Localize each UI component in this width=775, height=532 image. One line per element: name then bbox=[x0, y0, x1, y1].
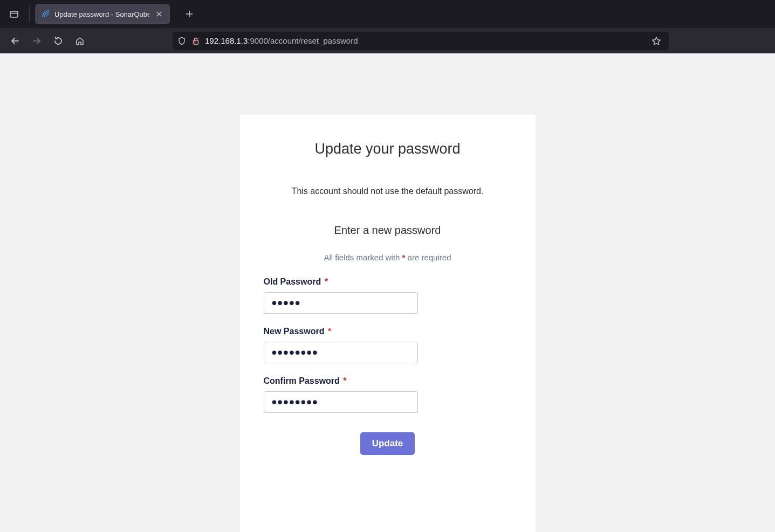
home-button[interactable] bbox=[70, 31, 90, 51]
page-heading: Update your password bbox=[264, 141, 512, 157]
old-password-input[interactable] bbox=[264, 292, 418, 314]
form-subheading: Enter a new password bbox=[264, 224, 512, 237]
confirm-password-field: Confirm Password * bbox=[264, 376, 512, 413]
required-star-icon: * bbox=[328, 327, 331, 336]
default-password-notice: This account should not use the default … bbox=[264, 186, 512, 196]
back-button[interactable] bbox=[5, 31, 25, 51]
form-actions: Update bbox=[264, 432, 512, 455]
url-path: :9000/account/reset_password bbox=[248, 36, 358, 45]
required-note-prefix: All fields marked with bbox=[324, 253, 402, 262]
new-password-input[interactable] bbox=[264, 342, 418, 363]
insecure-lock-icon bbox=[191, 36, 201, 46]
new-password-label-text: New Password bbox=[264, 327, 325, 336]
required-star-icon: * bbox=[325, 277, 328, 286]
required-star-icon: * bbox=[343, 376, 346, 385]
old-password-field: Old Password * bbox=[264, 277, 512, 314]
browser-tab[interactable]: Update password - SonarQube bbox=[35, 4, 170, 24]
new-password-field: New Password * bbox=[264, 327, 512, 363]
tab-title: Update password - SonarQube bbox=[54, 10, 149, 18]
required-fields-note: All fields marked with * are required bbox=[264, 253, 512, 262]
forward-button[interactable] bbox=[27, 31, 46, 51]
bookmark-button[interactable] bbox=[648, 33, 664, 49]
update-password-card: Update your password This account should… bbox=[240, 115, 536, 532]
page-content: Update your password This account should… bbox=[0, 53, 775, 532]
svg-line-9 bbox=[193, 38, 198, 44]
url-host: 192.168.1.3 bbox=[205, 36, 248, 45]
close-tab-button[interactable] bbox=[154, 9, 164, 19]
required-note-suffix: are required bbox=[405, 253, 451, 262]
confirm-password-label: Confirm Password * bbox=[264, 376, 512, 386]
browser-chrome: Update password - SonarQube bbox=[0, 0, 775, 53]
tab-separator bbox=[29, 6, 30, 22]
new-password-label: New Password * bbox=[264, 327, 512, 336]
confirm-password-input[interactable] bbox=[264, 391, 418, 413]
window-list-button[interactable] bbox=[4, 4, 24, 24]
old-password-label-text: Old Password bbox=[264, 277, 321, 286]
url-bar[interactable]: 192.168.1.3:9000/account/reset_password bbox=[173, 32, 669, 50]
reload-button[interactable] bbox=[49, 31, 68, 51]
tab-strip: Update password - SonarQube bbox=[0, 0, 775, 28]
update-button[interactable]: Update bbox=[360, 432, 415, 455]
svg-rect-0 bbox=[10, 11, 18, 17]
confirm-password-label-text: Confirm Password bbox=[264, 376, 340, 385]
browser-toolbar: 192.168.1.3:9000/account/reset_password bbox=[0, 28, 775, 53]
shield-icon bbox=[177, 36, 187, 46]
url-text: 192.168.1.3:9000/account/reset_password bbox=[205, 36, 644, 45]
new-tab-button[interactable] bbox=[180, 4, 199, 24]
old-password-label: Old Password * bbox=[264, 277, 512, 287]
sonarqube-favicon-icon bbox=[42, 10, 50, 18]
svg-marker-10 bbox=[653, 37, 661, 45]
